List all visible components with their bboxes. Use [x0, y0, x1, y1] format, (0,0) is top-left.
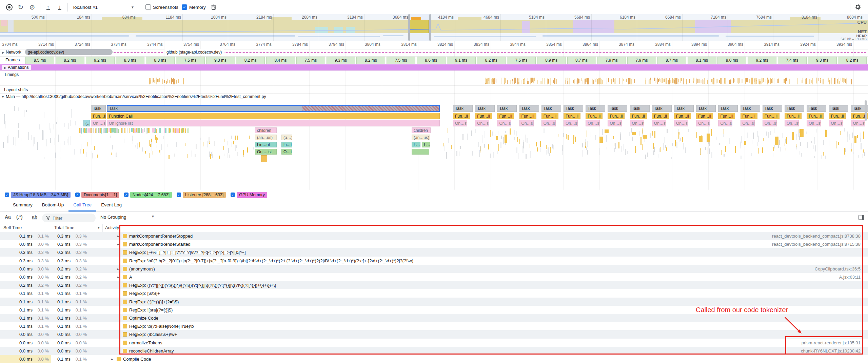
- frame-cell[interactable]: 8.2 ms: [236, 57, 265, 64]
- frame-cell[interactable]: 7.9 ms: [597, 57, 626, 64]
- counter-checkbox[interactable]: ✓: [75, 193, 80, 197]
- flame-bar-function-call[interactable]: Fun…ll: [475, 113, 492, 119]
- flame-bar[interactable]: (a…): [281, 135, 292, 140]
- tab-call-tree[interactable]: Call Tree: [68, 199, 96, 211]
- table-row[interactable]: 0.3 ms0.3 %0.3 ms0.3 %RegExp: [-+%=]=?|!…: [0, 248, 868, 257]
- self-time-header[interactable]: Self Time: [3, 225, 22, 230]
- flame-bar[interactable]: Task: [91, 105, 106, 112]
- counter-checkbox[interactable]: ✓: [231, 193, 235, 197]
- flame-bar-function-call[interactable]: Fun…ll: [519, 113, 536, 119]
- flame-bar[interactable]: (…: [83, 120, 90, 126]
- counter-toggle[interactable]: ✓GPU Memory: [231, 192, 267, 198]
- frame-cell[interactable]: 9.3 ms: [206, 57, 235, 64]
- frame-cell[interactable]: 8.5 ms: [25, 57, 54, 64]
- counter-toggle[interactable]: ✓JS Heap[18.3 MB – 34.7 MB]: [5, 192, 71, 198]
- flame-bar-ignore-list[interactable]: On…st: [586, 120, 600, 126]
- flame-bar-function-call[interactable]: Fun…ll: [718, 113, 735, 119]
- grouping-select[interactable]: No Grouping ▼: [100, 215, 155, 220]
- flame-bar-task[interactable]: Task: [564, 105, 583, 112]
- flame-bar[interactable]: Fun…ll: [91, 113, 106, 119]
- frame-cell[interactable]: 7.5 ms: [296, 57, 325, 64]
- source-location-link[interactable]: react_devtools_backend_compact.js:8715:3…: [772, 242, 861, 247]
- flame-bar[interactable]: (an…us): [255, 135, 277, 140]
- flame-bar[interactable]: On …ist: [255, 149, 277, 155]
- flame-bar-ignore-list[interactable]: On…st: [807, 120, 821, 126]
- tab-bottom-up[interactable]: Bottom-Up: [37, 199, 69, 211]
- flame-bar-ignore-list[interactable]: On…st: [541, 120, 556, 126]
- table-row[interactable]: 0.0 ms0.0 %0.0 ms0.0 %RegExp: (\bclass\s…: [0, 330, 868, 339]
- flame-bar-function-call[interactable]: Fun…ll: [497, 113, 514, 119]
- flame-bar-ignore-list[interactable]: On…st: [718, 120, 732, 126]
- network-track-label[interactable]: ▶Network: [2, 50, 21, 55]
- flame-bar-function-call[interactable]: Fun…ll: [630, 113, 647, 119]
- frame-cell[interactable]: 8.3 ms: [146, 57, 175, 64]
- flame-scrollbar[interactable]: [865, 100, 867, 121]
- flame-bar[interactable]: On ignore list: [107, 120, 440, 126]
- frame-cell[interactable]: 9.1 ms: [447, 57, 476, 64]
- frame-cell[interactable]: 8.2 ms: [56, 57, 84, 64]
- frame-cell[interactable]: 8.0 ms: [717, 57, 746, 64]
- counter-checkbox[interactable]: ✓: [5, 193, 9, 197]
- table-row[interactable]: 0.1 ms0.1 %0.1 ms0.1 %RegExp: (:)[^:(){}…: [0, 298, 868, 306]
- source-location-link[interactable]: react_devtools_backend_compact.js:8738:3…: [772, 234, 861, 239]
- regex-button[interactable]: (.*): [16, 214, 23, 220]
- flame-bar-task[interactable]: Task: [718, 105, 738, 112]
- table-row[interactable]: 0.1 ms0.1 %0.1 ms0.1 %RegExp: [\s\S]+: [0, 289, 868, 298]
- timings-track-label[interactable]: Timings: [4, 72, 19, 77]
- flame-bar-task[interactable]: Task: [807, 105, 826, 112]
- total-time-header[interactable]: Total Time: [54, 225, 74, 230]
- counter-toggle[interactable]: ✓Nodes[424 – 7 683]: [124, 192, 172, 198]
- expand-arrow-icon[interactable]: ▸: [117, 275, 119, 279]
- flame-bar-function-call[interactable]: Fun…ll: [564, 113, 580, 119]
- flame-bar-function-call[interactable]: Fun…ll: [807, 113, 824, 119]
- frame-cell[interactable]: 8.3 ms: [116, 57, 144, 64]
- flame-bar-function-call[interactable]: Fun…ll: [741, 113, 757, 119]
- tab-event-log[interactable]: Event Log: [96, 199, 126, 211]
- source-location-link[interactable]: A.jsx:63:11: [839, 275, 861, 280]
- flame-bar-task[interactable]: Task: [497, 105, 517, 112]
- flame-bar-ignore-list[interactable]: On…st: [564, 120, 578, 126]
- activity-header[interactable]: Activity: [105, 225, 119, 230]
- frame-cell[interactable]: 7.4 ms: [778, 57, 807, 64]
- flame-bar-function-call[interactable]: Fun…ll: [674, 113, 691, 119]
- flame-bar-function-call[interactable]: Fun…ll: [763, 113, 780, 119]
- flame-bar-function-call[interactable]: Fun…ll: [541, 113, 558, 119]
- flame-bar[interactable]: children: [255, 127, 277, 133]
- table-row[interactable]: 0.0 ms0.0 %0.0 ms0.0 %normalizeTokenspri…: [0, 339, 868, 347]
- frame-cell[interactable]: 8.2 ms: [838, 57, 867, 64]
- flame-bar-ignore-list[interactable]: On…st: [851, 120, 865, 126]
- flame-bar-task[interactable]: Task: [652, 105, 672, 112]
- frame-cell[interactable]: 9.2 ms: [86, 57, 115, 64]
- flame-bar-ignore-list[interactable]: On…st: [829, 120, 843, 126]
- counter-checkbox[interactable]: ✓: [177, 193, 181, 197]
- table-row[interactable]: 0.0 ms0.0 %0.2 ms0.2 %▸AA.jsx:63:11: [0, 273, 868, 281]
- flame-bar[interactable]: Lin…nt: [255, 142, 277, 147]
- frame-cell[interactable]: 7.9 ms: [627, 57, 656, 64]
- flame-bar-task[interactable]: Task: [829, 105, 848, 112]
- flame-bar[interactable]: (an…us): [412, 135, 430, 140]
- animations-track-label[interactable]: ▶Animations: [2, 65, 31, 70]
- flame-bar-ignore-list[interactable]: On…st: [630, 120, 644, 126]
- flame-bar-ignore-list[interactable]: On…st: [608, 120, 622, 126]
- flame-bar-task[interactable]: Task: [541, 105, 561, 112]
- expand-arrow-icon[interactable]: ▸: [117, 242, 119, 246]
- flame-bar[interactable]: [261, 155, 267, 162]
- flame-bar-ignore-list[interactable]: On…st: [652, 120, 666, 126]
- frame-cell[interactable]: 8.6 ms: [417, 57, 446, 64]
- frame-cell[interactable]: 8.2 ms: [356, 57, 385, 64]
- table-row[interactable]: 0.0 ms0.0 %0.2 ms0.2 %▸(anonymous)CopyCl…: [0, 265, 868, 273]
- flame-bar-function-call[interactable]: Fun…ll: [696, 113, 713, 119]
- show-details-pane-button[interactable]: [859, 215, 864, 221]
- source-location-link[interactable]: chunk-RY6NLCXT.js:10230:42: [801, 348, 861, 354]
- flame-bar-ignore-list[interactable]: On…st: [519, 120, 534, 126]
- flame-bar[interactable]: Li…t: [281, 142, 292, 147]
- flame-bar[interactable]: On …st: [91, 120, 106, 126]
- flame-bar-function-call[interactable]: Fun…ll: [453, 113, 470, 119]
- frame-cell[interactable]: 8.7 ms: [657, 57, 686, 64]
- flame-bar[interactable]: O…t: [281, 149, 292, 155]
- frame-cell[interactable]: 8.9 ms: [537, 57, 566, 64]
- frame-cell[interactable]: 7.5 ms: [387, 57, 415, 64]
- table-row[interactable]: 0.0 ms0.0 %0.1 ms0.1 %▸Compile Code: [0, 355, 868, 363]
- flame-bar-task[interactable]: Task: [696, 105, 716, 112]
- counter-checkbox[interactable]: ✓: [124, 193, 129, 197]
